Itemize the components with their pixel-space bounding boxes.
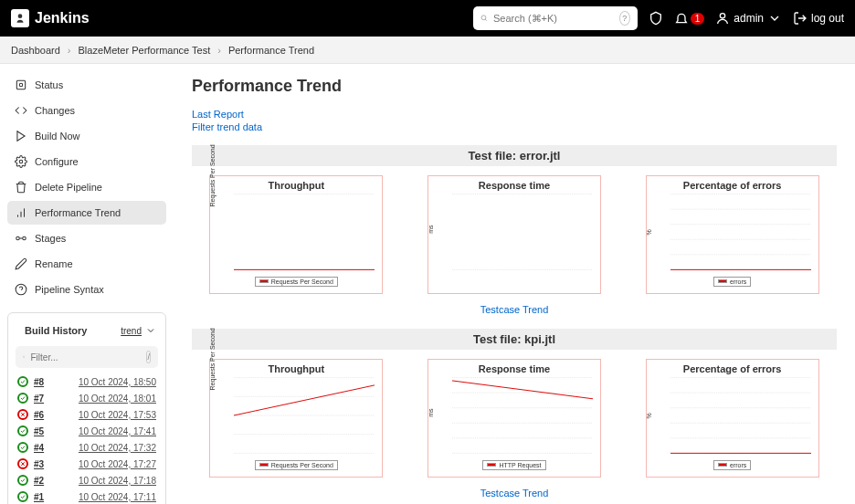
testfile-header: Test file: error.jtl (192, 145, 837, 166)
build-date[interactable]: 10 Oct 2024, 18:01 (79, 394, 156, 404)
sidebar-item-label: Performance Trend (35, 207, 121, 218)
chart-percentage-of-errors: Percentage of errors%020406080100#5#8err… (646, 175, 819, 294)
build-row[interactable]: #210 Oct 2024, 17:18 (16, 472, 158, 488)
help-icon[interactable]: ? (619, 11, 630, 26)
sidebar-item-label: Changes (35, 105, 75, 116)
filter-trend-link[interactable]: Filter trend data (192, 121, 837, 132)
build-date[interactable]: 10 Oct 2024, 17:27 (79, 459, 156, 469)
alerts-icon[interactable]: 1 (674, 11, 705, 26)
chart-title: Percentage of errors (650, 180, 815, 191)
breadcrumb-2[interactable]: BlazeMeter Performance Test (79, 45, 211, 56)
chart-response-time: Response timems01#5#8 (428, 175, 601, 294)
svg-point-1 (481, 16, 486, 20)
build-number[interactable]: #8 (34, 377, 61, 387)
chart-ylabel: % (645, 413, 651, 418)
build-row[interactable]: #710 Oct 2024, 18:01 (16, 390, 158, 406)
gear-icon (15, 155, 27, 168)
sidebar-item-rename[interactable]: Rename (7, 252, 166, 276)
logout-link[interactable]: log out (793, 11, 844, 26)
build-row[interactable]: #810 Oct 2024, 18:50 (16, 373, 158, 390)
build-status-icon (17, 393, 28, 404)
trash-icon (15, 181, 27, 194)
testcase-trend-link[interactable]: Testcase Trend (480, 304, 549, 315)
build-number[interactable]: #3 (34, 459, 61, 469)
sidebar-item-changes[interactable]: Changes (7, 99, 166, 122)
svg-marker-6 (17, 131, 25, 142)
testcase-trend-link[interactable]: Testcase Trend (480, 488, 549, 499)
build-date[interactable]: 10 Oct 2024, 17:32 (79, 443, 156, 453)
sidebar-item-status[interactable]: Status (7, 73, 166, 97)
build-row[interactable]: #510 Oct 2024, 17:41 (16, 423, 158, 439)
build-number[interactable]: #6 (34, 410, 61, 420)
svg-line-2 (485, 19, 487, 21)
jenkins-logo[interactable]: Jenkins (11, 9, 90, 27)
content: Performance Trend Last Report Filter tre… (174, 64, 855, 504)
last-report-link[interactable]: Last Report (192, 109, 837, 120)
build-number[interactable]: #7 (34, 394, 61, 404)
testfile-header: Test file: kpi.jtl (192, 329, 837, 350)
search-input[interactable] (493, 13, 619, 24)
chart-title: Throughput (214, 363, 378, 374)
security-icon[interactable] (649, 11, 663, 26)
chart-ylabel: Requests Per Second (209, 144, 216, 206)
build-filter-input[interactable] (30, 352, 146, 362)
sidebar-item-build-now[interactable]: Build Now (7, 124, 166, 148)
play-icon (15, 130, 27, 142)
chevron-right-icon: › (68, 45, 71, 56)
sidebar-item-stages[interactable]: Stages (7, 226, 166, 250)
chart-legend: Requests Per Second (214, 457, 378, 470)
sidebar: StatusChangesBuild NowConfigureDelete Pi… (0, 64, 174, 504)
topbar: Jenkins ? 1 admin log out (0, 0, 855, 37)
sidebar-item-label: Stages (35, 233, 66, 244)
sidebar-item-configure[interactable]: Configure (7, 150, 166, 173)
user-menu[interactable]: admin (715, 11, 782, 26)
build-number[interactable]: #4 (34, 443, 61, 453)
chart-legend: errors (650, 457, 815, 470)
build-date[interactable]: 10 Oct 2024, 17:53 (79, 410, 156, 420)
sidebar-item-delete-pipeline[interactable]: Delete Pipeline (7, 175, 166, 199)
svg-point-14 (16, 284, 26, 295)
build-number[interactable]: #5 (34, 426, 61, 436)
build-row[interactable]: #410 Oct 2024, 17:32 (16, 439, 158, 456)
build-row[interactable]: #110 Oct 2024, 17:11 (16, 488, 158, 504)
search-box[interactable]: ? (473, 6, 638, 30)
build-status-icon (17, 475, 28, 486)
build-status-icon (17, 409, 28, 420)
build-date[interactable]: 10 Oct 2024, 17:41 (79, 426, 156, 436)
svg-point-0 (18, 14, 23, 18)
svg-point-17 (23, 356, 24, 357)
page-title: Performance Trend (192, 77, 837, 96)
svg-rect-4 (16, 80, 25, 89)
build-date[interactable]: 10 Oct 2024, 17:11 (79, 492, 156, 502)
sidebar-item-pipeline-syntax[interactable]: Pipeline Syntax (7, 278, 166, 301)
chart-response-time: Response timems050100150200250#7#8HTTP R… (428, 359, 601, 478)
charts-row: ThroughputRequests Per Second5060708090#… (192, 359, 837, 478)
build-history-title: Build History (25, 325, 121, 336)
sidebar-item-performance-trend[interactable]: Performance Trend (7, 201, 166, 225)
sidebar-item-label: Rename (35, 258, 73, 269)
chart-ylabel: % (645, 229, 651, 235)
chart-legend: errors (650, 273, 815, 287)
build-number[interactable]: #1 (34, 492, 61, 502)
build-date[interactable]: 10 Oct 2024, 18:50 (79, 377, 156, 387)
build-row[interactable]: #610 Oct 2024, 17:53 (16, 406, 158, 423)
sidebar-item-label: Pipeline Syntax (35, 284, 104, 295)
svg-line-18 (25, 357, 26, 358)
chevron-down-icon[interactable] (145, 325, 156, 336)
chart-ylabel: ms (427, 225, 433, 233)
status-icon (15, 79, 27, 91)
chart-legend: Requests Per Second (214, 273, 378, 287)
trend-link[interactable]: trend (121, 326, 142, 336)
breadcrumb-3[interactable]: Performance Trend (228, 45, 314, 56)
chart-area: 020406080100#7#8 (670, 376, 811, 455)
svg-point-12 (23, 236, 26, 240)
build-row[interactable]: #310 Oct 2024, 17:27 (16, 456, 158, 472)
build-date[interactable]: 10 Oct 2024, 17:18 (79, 476, 156, 486)
charts-row: ThroughputRequests Per Second01#5#8Reque… (192, 175, 837, 294)
breadcrumb-1[interactable]: Dashboard (11, 45, 60, 56)
svg-point-3 (721, 14, 725, 18)
chart-ylabel: ms (427, 408, 433, 416)
build-filter[interactable]: / (16, 346, 158, 368)
chart-throughput: ThroughputRequests Per Second01#5#8Reque… (209, 175, 383, 294)
build-number[interactable]: #2 (34, 476, 61, 486)
